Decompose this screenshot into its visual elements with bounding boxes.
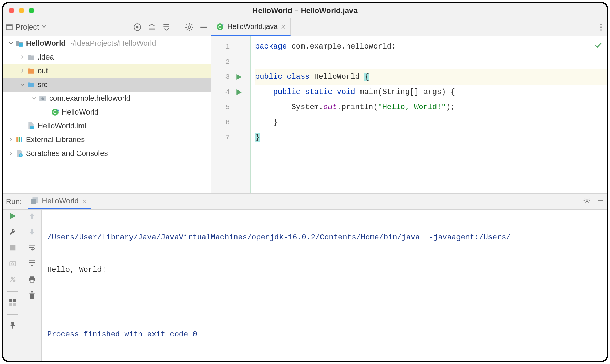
scroll-to-end-icon[interactable] bbox=[28, 260, 36, 269]
run-main-gutter-icon[interactable] bbox=[233, 85, 244, 100]
excluded-folder-icon bbox=[27, 67, 35, 75]
svg-rect-56 bbox=[30, 276, 34, 278]
svg-point-30 bbox=[600, 29, 602, 31]
chevron-down-icon[interactable] bbox=[7, 41, 15, 45]
tree-iml-file[interactable]: HelloWorld.iml bbox=[3, 119, 211, 133]
stop-icon[interactable] bbox=[9, 244, 17, 253]
fold-gutter[interactable] bbox=[244, 36, 250, 193]
console-line: /Users/User/Library/Java/JavaVirtualMach… bbox=[47, 230, 601, 245]
run-class-gutter-icon[interactable] bbox=[233, 69, 244, 85]
line-number[interactable]: 3 bbox=[211, 69, 230, 85]
project-panel-title[interactable]: Project bbox=[15, 23, 39, 32]
inspection-ok-icon[interactable] bbox=[595, 41, 602, 51]
tree-label: Scratches and Consoles bbox=[26, 149, 108, 158]
window-title: HelloWorld – HelloWorld.java bbox=[253, 6, 358, 15]
tree-label: .idea bbox=[38, 53, 54, 62]
iml-file-icon bbox=[27, 122, 35, 130]
svg-line-11 bbox=[186, 29, 187, 30]
exit-debug-icon[interactable] bbox=[9, 276, 17, 285]
dump-threads-icon[interactable] bbox=[9, 260, 17, 269]
down-arrow-icon[interactable] bbox=[28, 228, 36, 237]
chevron-right-icon[interactable] bbox=[7, 138, 15, 142]
svg-line-42 bbox=[585, 202, 586, 203]
hide-panel-icon[interactable] bbox=[597, 197, 604, 206]
tree-out-folder[interactable]: out bbox=[3, 64, 211, 78]
run-config-tab[interactable]: HelloWorld bbox=[28, 194, 91, 209]
chevron-right-icon[interactable] bbox=[18, 55, 27, 59]
run-header-label: Run: bbox=[6, 197, 22, 206]
project-view-dropdown-icon[interactable] bbox=[42, 24, 46, 30]
class-icon: C bbox=[51, 108, 59, 116]
line-number[interactable]: 1 bbox=[211, 39, 230, 54]
collapse-all-icon[interactable] bbox=[162, 23, 171, 32]
close-window-button[interactable] bbox=[9, 8, 14, 13]
tree-label: HelloWorld bbox=[62, 108, 98, 117]
expand-all-icon[interactable] bbox=[147, 23, 156, 32]
editor-tabbar: C HelloWorld.java bbox=[211, 18, 607, 36]
gear-icon[interactable] bbox=[583, 197, 590, 206]
minimize-window-button[interactable] bbox=[19, 8, 24, 13]
svg-rect-22 bbox=[19, 137, 20, 142]
tree-scratches[interactable]: Scratches and Consoles bbox=[3, 147, 211, 160]
trash-icon[interactable] bbox=[28, 291, 36, 300]
editor-tab-label: HelloWorld.java bbox=[227, 22, 278, 31]
tree-label: com.example.helloworld bbox=[49, 94, 130, 103]
pin-icon[interactable] bbox=[9, 322, 17, 331]
close-run-tab-icon[interactable] bbox=[82, 196, 86, 205]
chevron-down-icon[interactable] bbox=[30, 96, 39, 100]
code-content[interactable]: package com.example.helloworld; public c… bbox=[250, 36, 607, 193]
svg-rect-1 bbox=[6, 25, 12, 26]
tree-class-file[interactable]: C HelloWorld bbox=[3, 105, 211, 119]
tree-label: out bbox=[38, 66, 48, 75]
chevron-right-icon[interactable] bbox=[18, 69, 27, 73]
console-line: Process finished with exit code 0 bbox=[47, 327, 601, 342]
tree-project-root[interactable]: HelloWorld ~/IdeaProjects/HelloWorld bbox=[3, 36, 211, 50]
editor-tab-helloworld[interactable]: C HelloWorld.java bbox=[211, 18, 291, 36]
svg-rect-46 bbox=[10, 245, 15, 251]
editor-panel: C HelloWorld.java 1 2 3 4 5 6 bbox=[211, 18, 607, 193]
tree-package[interactable]: com.example.helloworld bbox=[3, 92, 211, 105]
svg-rect-13 bbox=[200, 27, 207, 28]
tree-idea-folder[interactable]: .idea bbox=[3, 50, 211, 64]
gear-icon[interactable] bbox=[185, 23, 194, 32]
svg-rect-14 bbox=[19, 43, 23, 47]
code-editor[interactable]: 1 2 3 4 5 6 7 package com.exam bbox=[211, 36, 607, 193]
line-number-gutter[interactable]: 1 2 3 4 5 6 7 bbox=[211, 36, 233, 193]
tree-src-folder[interactable]: src bbox=[3, 78, 211, 92]
svg-rect-47 bbox=[10, 262, 16, 266]
layout-icon[interactable] bbox=[9, 299, 17, 308]
maximize-window-button[interactable] bbox=[29, 8, 34, 13]
line-number[interactable]: 7 bbox=[211, 130, 230, 145]
project-view-icon bbox=[6, 24, 13, 31]
svg-rect-20 bbox=[30, 126, 34, 129]
tree-external-libs[interactable]: External Libraries bbox=[3, 133, 211, 147]
run-toolbar-secondary bbox=[22, 210, 42, 361]
close-tab-icon[interactable] bbox=[281, 22, 285, 31]
line-number[interactable]: 6 bbox=[211, 115, 230, 130]
up-arrow-icon[interactable] bbox=[28, 212, 36, 221]
project-tree[interactable]: HelloWorld ~/IdeaProjects/HelloWorld .id… bbox=[3, 36, 211, 193]
line-number[interactable]: 2 bbox=[211, 54, 230, 69]
select-opened-file-icon[interactable] bbox=[133, 23, 142, 32]
soft-wrap-icon[interactable] bbox=[28, 244, 36, 253]
svg-marker-45 bbox=[10, 213, 16, 219]
svg-marker-32 bbox=[236, 89, 242, 95]
run-console[interactable]: /Users/User/Library/Java/JavaVirtualMach… bbox=[42, 210, 607, 361]
console-line: Hello, World! bbox=[47, 263, 601, 278]
print-icon[interactable] bbox=[28, 276, 36, 285]
chevron-down-icon[interactable] bbox=[18, 83, 27, 87]
module-folder-icon bbox=[15, 40, 23, 47]
svg-point-16 bbox=[41, 97, 44, 100]
svg-rect-44 bbox=[598, 200, 603, 201]
chevron-right-icon[interactable] bbox=[7, 151, 15, 156]
rerun-icon[interactable] bbox=[9, 212, 17, 221]
svg-line-12 bbox=[191, 24, 192, 25]
run-body: /Users/User/Library/Java/JavaVirtualMach… bbox=[3, 210, 607, 361]
more-tabs-icon[interactable] bbox=[595, 18, 607, 36]
console-line bbox=[47, 295, 601, 310]
line-number[interactable]: 5 bbox=[211, 100, 230, 115]
separator bbox=[7, 291, 18, 292]
wrench-icon[interactable] bbox=[9, 228, 17, 237]
hide-panel-icon[interactable] bbox=[199, 23, 208, 32]
line-number[interactable]: 4 bbox=[211, 85, 230, 100]
